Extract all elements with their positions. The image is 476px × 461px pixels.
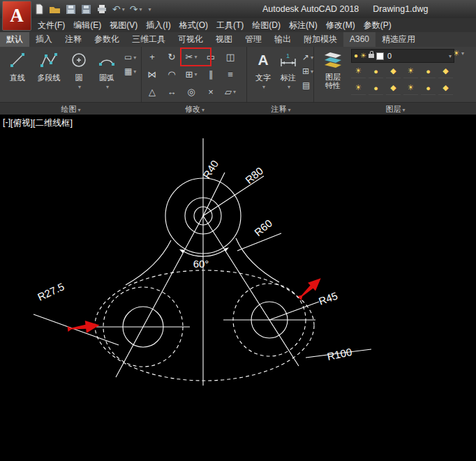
menu-item-format[interactable]: 格式(O) <box>175 18 212 32</box>
arc-tool-button[interactable]: 圆弧 <box>92 48 121 102</box>
tab-manage[interactable]: 管理 <box>239 32 268 47</box>
delete-tool-button[interactable]: × <box>202 84 219 99</box>
tab-3d-tools[interactable]: 三维工具 <box>126 32 172 47</box>
offset-tool-button[interactable]: ∥ <box>202 66 219 82</box>
layer-lock-icon <box>369 54 374 58</box>
right-incline-centerline[interactable] <box>203 216 299 366</box>
polyline-tool-label: 多段线 <box>38 73 61 83</box>
layer-state-button[interactable]: ☀ <box>453 49 464 58</box>
explode-tool-button[interactable]: ◎ <box>183 84 200 99</box>
menu-item-dimension[interactable]: 标注(N) <box>285 18 322 32</box>
layer-thaw-button[interactable]: ☀ <box>351 81 366 95</box>
tab-annotate[interactable]: 注释 <box>59 32 88 47</box>
qat-customize-button[interactable] <box>147 2 151 16</box>
menu-item-draw[interactable]: 绘图(D) <box>248 18 285 32</box>
tab-addins[interactable]: 附加模块 <box>297 32 343 47</box>
tab-a360[interactable]: A360 <box>343 32 375 47</box>
redo-icon: ↷ <box>130 2 138 16</box>
leader-r40[interactable] <box>203 173 225 216</box>
hatch-tool-button[interactable]: ▦ <box>124 66 136 76</box>
fillet-tool-button[interactable]: ◠ <box>163 66 180 82</box>
erase-tool-button[interactable]: ▭ <box>202 49 219 64</box>
dim-label-r80[interactable]: R80 <box>243 165 265 186</box>
layer-isolate-button[interactable]: ● <box>369 64 383 78</box>
layer-prev-button[interactable]: ☀ <box>403 81 418 95</box>
menu-item-edit[interactable]: 编辑(E) <box>69 18 105 32</box>
open-file-button[interactable] <box>49 2 61 16</box>
dimension-tool-button[interactable]: 1 标注 <box>276 48 301 102</box>
more-modify-tool-button[interactable]: ▱ <box>222 84 239 99</box>
tab-home[interactable]: 默认 <box>0 32 29 47</box>
save-button[interactable] <box>66 2 76 16</box>
annotate-extra-tools: ↗ ⊞ ▤ <box>302 48 313 102</box>
layer-properties-button[interactable]: 图层特性 <box>318 48 348 89</box>
plot-button[interactable] <box>96 2 107 16</box>
menu-item-parametric[interactable]: 参数(P) <box>359 18 396 32</box>
left-incline-centerline[interactable] <box>116 216 203 377</box>
menu-item-file[interactable]: 文件(F) <box>34 18 69 32</box>
arc-tool-caret[interactable] <box>105 83 109 89</box>
drawing-canvas[interactable]: [-] [俯视] [二维线框] <box>0 115 476 461</box>
layer-match-button[interactable]: ◆ <box>386 81 401 95</box>
text-tool-caret[interactable] <box>261 83 265 89</box>
copy-tool-button[interactable]: ◫ <box>222 49 239 64</box>
viewport-menu-control[interactable]: [-] <box>3 117 10 129</box>
circle-tool-caret[interactable] <box>77 83 81 89</box>
dim-label-r45[interactable]: R45 <box>317 289 339 307</box>
new-file-button[interactable] <box>35 2 44 16</box>
viewport-visual-style-control[interactable]: [二维线框] <box>33 117 73 129</box>
leader-r27-5[interactable] <box>34 314 119 345</box>
layer-unlock-button[interactable]: ● <box>369 81 383 95</box>
stretch-tool-button[interactable]: ↔ <box>163 84 180 99</box>
layer-lock-button[interactable]: ☀ <box>403 64 418 78</box>
layer-dropdown[interactable]: ● ☀ 0 <box>351 49 454 63</box>
app-menu-button[interactable]: A <box>2 1 31 31</box>
save-as-button[interactable] <box>81 2 91 16</box>
tab-parametric[interactable]: 参数化 <box>88 32 126 47</box>
menu-item-tools[interactable]: 工具(T) <box>212 18 248 32</box>
layer-freeze-button[interactable]: ◆ <box>386 64 401 78</box>
dim-label-r27-5[interactable]: R27.5 <box>36 280 66 302</box>
dim-label-angle[interactable]: 60° <box>193 258 209 270</box>
array-tool-button[interactable]: ⊞ <box>183 66 200 82</box>
line-tool-button[interactable]: 直线 <box>3 48 32 102</box>
tab-output[interactable]: 输出 <box>268 32 297 47</box>
redo-button[interactable]: ↷ <box>130 2 142 16</box>
rectangle-tool-button[interactable]: ▭ <box>124 52 136 62</box>
right-fillet-curve-r60[interactable] <box>236 238 279 282</box>
undo-button[interactable]: ↶ <box>112 2 125 16</box>
leader-r45[interactable] <box>269 302 319 320</box>
circle-tool-button[interactable]: 圆 <box>66 48 92 102</box>
cad-drawing[interactable]: R40 R80 R60 60° R27.5 R45 R100 <box>0 115 476 461</box>
table-tool-button[interactable]: ⊞ <box>302 66 313 76</box>
dim-label-r100[interactable]: R100 <box>326 346 353 363</box>
layer-tools-row-1: ☀ ● ◆ ☀ ● ◆ <box>351 64 453 78</box>
rotate-tool-button[interactable]: ↻ <box>163 49 180 64</box>
outer-boundary-r100[interactable] <box>95 270 314 381</box>
scale-tool-button[interactable]: △ <box>144 84 161 99</box>
layer-unisolate-button[interactable]: ◆ <box>438 64 453 78</box>
polyline-tool-button[interactable]: 多段线 <box>32 48 66 102</box>
trim-tool-button[interactable]: ✂ <box>183 49 200 64</box>
mirror-tool-button[interactable]: ⋈ <box>144 66 161 82</box>
panel-layers: 图层特性 ● ☀ 0 ☀ ☀ ● ◆ ☀ ● ◆ <box>315 47 476 102</box>
tab-visualize[interactable]: 可视化 <box>172 32 209 47</box>
leader-tool-button[interactable]: ↗ <box>302 52 313 62</box>
tab-insert[interactable]: 插入 <box>29 32 59 47</box>
move-tool-button[interactable]: + <box>144 49 161 64</box>
layer-merge-button[interactable]: ◆ <box>438 81 453 95</box>
match-tool-button[interactable]: ≡ <box>222 66 239 82</box>
text-tool-button[interactable]: A 文字 <box>251 48 276 102</box>
viewport-view-control[interactable]: [俯视] <box>10 117 33 129</box>
menu-item-modify[interactable]: 修改(M) <box>322 18 359 32</box>
dimension-tool-caret[interactable] <box>286 83 290 89</box>
tab-featured-apps[interactable]: 精选应用 <box>375 32 422 47</box>
annotation-style-button[interactable]: ▤ <box>302 80 313 90</box>
dim-label-r60[interactable]: R60 <box>252 217 274 239</box>
menu-item-insert[interactable]: 插入(I) <box>142 18 174 32</box>
tab-view[interactable]: 视图 <box>209 32 239 47</box>
layer-on-button[interactable]: ● <box>421 64 436 78</box>
layer-off-button[interactable]: ☀ <box>351 64 366 78</box>
menu-item-view[interactable]: 视图(V) <box>105 18 142 32</box>
layer-walk-button[interactable]: ● <box>421 81 436 95</box>
